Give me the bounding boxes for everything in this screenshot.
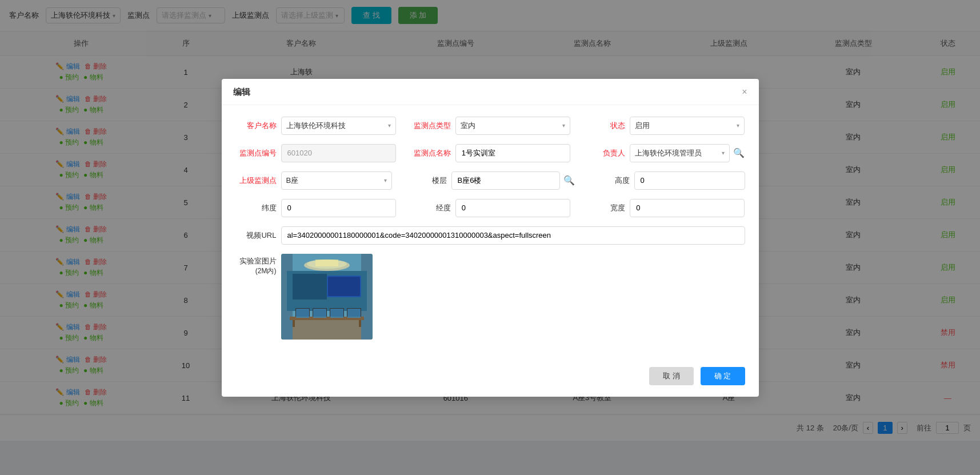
- form-group-monitor-type: 监测点类型 室内 ▾: [410, 117, 570, 135]
- form-row-3: 上级监测点 B座 ▾ 楼层 🔍 高度: [235, 171, 745, 190]
- cancel-button[interactable]: 取 消: [649, 367, 694, 385]
- form-group-lat: 纬度: [235, 199, 396, 217]
- svg-rect-20: [328, 277, 360, 296]
- form-group-monitor-name: 监测点名称: [410, 144, 570, 162]
- edit-modal: 编辑 × 客户名称 上海轶伦环境科技 ▾ 监测点类型 室内: [222, 79, 759, 397]
- responsible-select[interactable]: 上海轶伦环境管理员 ▾: [630, 144, 730, 162]
- floor-input[interactable]: [451, 171, 560, 190]
- monitor-type-select[interactable]: 室内 ▾: [455, 117, 570, 135]
- lat-label: 纬度: [235, 203, 281, 213]
- svg-point-21: [307, 260, 347, 269]
- video-url-label: 视频URL: [235, 230, 281, 241]
- form-group-parent-monitor: 上级监测点 B座 ▾: [235, 171, 392, 190]
- monitor-name-input[interactable]: [455, 144, 570, 162]
- form-group-status: 状态 启用 ▾: [584, 117, 745, 135]
- image-preview-inner: [281, 254, 373, 340]
- parent-monitor-field-value: B座: [286, 175, 384, 186]
- parent-monitor-field-label: 上级监测点: [235, 175, 281, 186]
- status-field-select[interactable]: 启用 ▾: [630, 117, 745, 135]
- form-group-image: 实验室图片 (2M内): [235, 254, 745, 340]
- customer-field-label: 客户名称: [235, 121, 281, 131]
- video-url-input[interactable]: [281, 226, 745, 245]
- form-group-height: 高度: [589, 171, 745, 190]
- svg-rect-18: [347, 309, 361, 318]
- modal-close-button[interactable]: ×: [742, 87, 747, 97]
- form-row-video: 视频URL: [235, 226, 745, 245]
- customer-field-value: 上海轶伦环境科技: [286, 121, 388, 131]
- image-preview[interactable]: [281, 254, 373, 340]
- floor-label: 楼层: [406, 175, 451, 186]
- status-field-arrow: ▾: [737, 122, 739, 129]
- parent-monitor-field-arrow: ▾: [384, 177, 387, 183]
- svg-rect-7: [293, 274, 327, 300]
- responsible-label: 负责人: [584, 148, 630, 158]
- modal-overlay: 编辑 × 客户名称 上海轶伦环境科技 ▾ 监测点类型 室内: [0, 0, 980, 441]
- floor-search-icon[interactable]: 🔍: [563, 175, 575, 186]
- modal-body: 客户名称 上海轶伦环境科技 ▾ 监测点类型 室内 ▾ 状态: [222, 105, 759, 360]
- form-group-lng: 经度: [410, 199, 570, 217]
- modal-title: 编辑: [233, 87, 250, 98]
- svg-rect-17: [330, 309, 343, 318]
- form-row-image: 实验室图片 (2M内): [235, 254, 745, 340]
- form-group-customer: 客户名称 上海轶伦环境科技 ▾: [235, 117, 396, 135]
- width-input[interactable]: [630, 199, 745, 217]
- svg-rect-15: [296, 309, 309, 318]
- modal-footer: 取 消 确 定: [222, 360, 759, 397]
- responsible-arrow: ▾: [722, 150, 725, 156]
- monitor-code-label: 监测点编号: [235, 148, 281, 158]
- monitor-name-label: 监测点名称: [410, 148, 455, 158]
- lng-input[interactable]: [455, 199, 570, 217]
- status-field-value: 启用: [635, 121, 737, 131]
- height-label: 高度: [589, 175, 634, 186]
- image-size-note: (2M内): [255, 267, 277, 275]
- monitor-code-input[interactable]: [281, 144, 396, 162]
- form-group-width: 宽度: [584, 199, 745, 217]
- form-group-video-url: 视频URL: [235, 226, 745, 245]
- responsible-search-icon[interactable]: 🔍: [733, 147, 745, 158]
- width-label: 宽度: [584, 203, 630, 213]
- lat-input[interactable]: [281, 199, 396, 217]
- lng-label: 经度: [410, 203, 455, 213]
- svg-rect-16: [313, 309, 326, 318]
- customer-field-arrow: ▾: [388, 122, 391, 129]
- height-input[interactable]: [634, 171, 745, 190]
- form-row-1: 客户名称 上海轶伦环境科技 ▾ 监测点类型 室内 ▾ 状态: [235, 117, 745, 135]
- responsible-value: 上海轶伦环境管理员: [635, 148, 722, 158]
- monitor-type-arrow: ▾: [562, 122, 565, 129]
- confirm-button[interactable]: 确 定: [701, 367, 745, 385]
- svg-rect-13: [293, 320, 295, 327]
- image-label: 实验室图片: [239, 257, 277, 265]
- status-field-label: 状态: [584, 121, 630, 131]
- monitor-type-label: 监测点类型: [410, 121, 455, 131]
- parent-monitor-field-select[interactable]: B座 ▾: [281, 171, 392, 190]
- form-row-4: 纬度 经度 宽度: [235, 199, 745, 217]
- form-row-2: 监测点编号 监测点名称 负责人 上海轶伦环境管理员 ▾ 🔍: [235, 144, 745, 162]
- form-group-floor: 楼层 🔍: [406, 171, 575, 190]
- svg-rect-14: [359, 320, 361, 327]
- monitor-type-value: 室内: [461, 121, 562, 131]
- modal-header: 编辑 ×: [222, 79, 759, 105]
- form-group-monitor-code: 监测点编号: [235, 144, 396, 162]
- form-group-responsible: 负责人 上海轶伦环境管理员 ▾ 🔍: [584, 144, 745, 162]
- customer-field-select[interactable]: 上海轶伦环境科技 ▾: [281, 117, 396, 135]
